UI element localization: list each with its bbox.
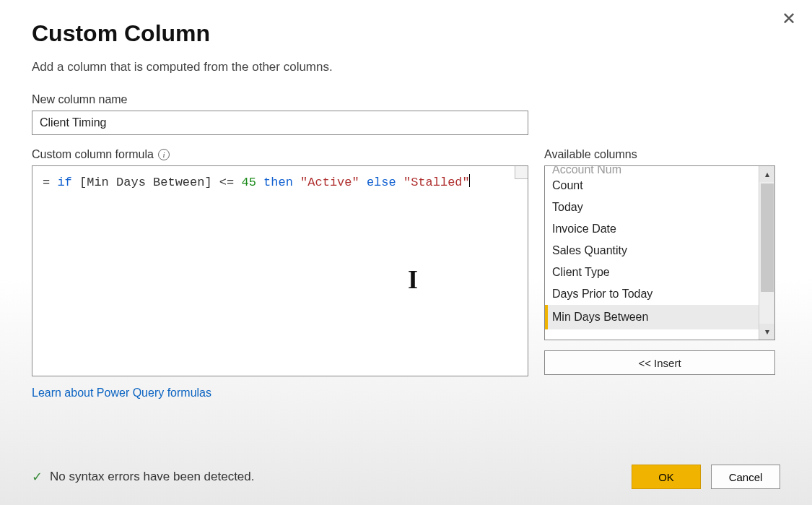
formula-token-then: then (263, 176, 293, 189)
close-icon[interactable]: ✕ (782, 10, 796, 27)
list-item[interactable]: Count (545, 175, 759, 197)
available-columns-label: Available columns (544, 148, 775, 161)
formula-token-else: else (367, 176, 396, 189)
formula-scrollbar-stub (515, 166, 528, 179)
formula-token-num: 45 (241, 176, 256, 189)
list-item-partial[interactable]: Account Num (545, 165, 759, 175)
text-caret (469, 174, 470, 187)
scroll-thumb[interactable] (761, 184, 774, 292)
list-item[interactable]: Today (545, 197, 759, 218)
available-columns-list[interactable]: Account NumCountTodayInvoice DateSales Q… (544, 165, 775, 340)
formula-token-str2: "Stalled" (403, 176, 470, 189)
formula-label: Custom column formula (32, 148, 154, 161)
list-item[interactable]: Sales Quantity (545, 240, 759, 262)
formula-editor[interactable]: = if [Min Days Between] <= 45 then "Acti… (32, 165, 528, 376)
status-text: No syntax errors have been detected. (50, 470, 255, 484)
formula-token-op: <= (219, 176, 234, 189)
learn-link[interactable]: Learn about Power Query formulas (32, 387, 211, 400)
list-item[interactable]: Min Days Between (545, 305, 759, 329)
custom-column-dialog: ✕ Custom Column Add a column that is com… (0, 0, 812, 505)
dialog-subtitle: Add a column that is computed from the o… (32, 60, 780, 74)
scrollbar[interactable]: ▴ ▾ (759, 166, 774, 340)
formula-token-if: if (57, 176, 71, 189)
scroll-down-icon[interactable]: ▾ (759, 324, 775, 340)
status-bar: ✓ No syntax errors have been detected. (32, 469, 255, 485)
ok-button[interactable]: OK (632, 465, 701, 489)
formula-token-eq: = (43, 176, 50, 189)
formula-token-str1: "Active" (300, 176, 359, 189)
list-item[interactable]: Days Prior to Today (545, 283, 759, 305)
column-name-input[interactable] (32, 111, 528, 135)
dialog-title: Custom Column (32, 20, 780, 47)
column-name-label: New column name (32, 93, 780, 106)
list-item[interactable]: Invoice Date (545, 218, 759, 240)
check-icon: ✓ (32, 469, 43, 485)
formula-token-column: [Min Days Between] (79, 176, 212, 189)
scroll-up-icon[interactable]: ▴ (759, 166, 775, 182)
list-item[interactable]: Client Type (545, 262, 759, 283)
ibeam-cursor-icon: I (408, 260, 418, 299)
cancel-button[interactable]: Cancel (711, 465, 780, 489)
info-icon[interactable]: i (158, 149, 170, 160)
insert-button[interactable]: << Insert (544, 350, 775, 375)
